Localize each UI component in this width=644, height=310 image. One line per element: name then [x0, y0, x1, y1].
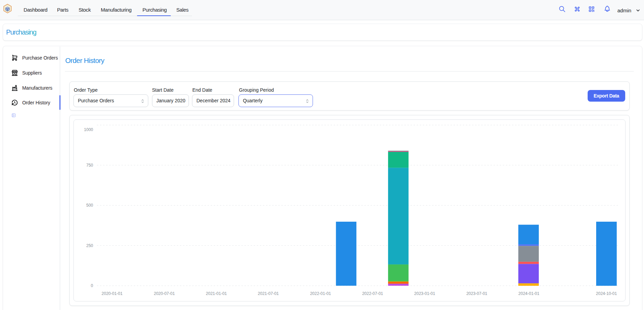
- svg-text:2024-01-01: 2024-01-01: [518, 291, 539, 296]
- svg-text:750: 750: [86, 163, 93, 168]
- svg-text:2022-01-01: 2022-01-01: [310, 291, 331, 296]
- svg-text:2021-01-01: 2021-01-01: [206, 291, 227, 296]
- svg-text:2024-10-01: 2024-10-01: [596, 291, 617, 296]
- svg-text:2021-07-01: 2021-07-01: [258, 291, 279, 296]
- svg-text:2020-07-01: 2020-07-01: [154, 291, 175, 296]
- svg-text:2022-07-01: 2022-07-01: [362, 291, 383, 296]
- svg-text:500: 500: [86, 203, 93, 208]
- svg-text:1000: 1000: [84, 127, 93, 132]
- svg-text:2020-01-01: 2020-01-01: [101, 291, 123, 296]
- svg-text:0: 0: [91, 283, 93, 288]
- svg-text:250: 250: [86, 243, 93, 248]
- svg-text:2023-07-01: 2023-07-01: [466, 291, 488, 296]
- svg-text:2023-01-01: 2023-01-01: [414, 291, 435, 296]
